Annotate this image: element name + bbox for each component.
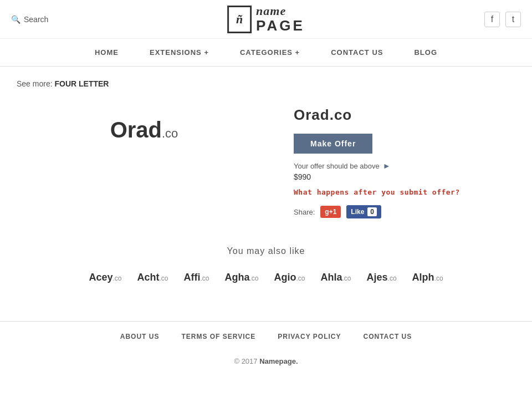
domain-card[interactable]: Agha.co [222,267,260,288]
footer-link[interactable]: ABOUT US [120,333,160,340]
nav-extensions[interactable]: EXTENSIONS + [145,45,213,59]
domain-card[interactable]: Ahla.co [319,267,354,288]
domain-preview-name: Orad.co [110,118,178,143]
main-nav: HOME EXTENSIONS + CATEGORIES + CONTACT U… [0,39,532,67]
also-like-section: You may also like Acey.coAcht.coAffi.coA… [17,246,515,288]
domain-card[interactable]: Agio.co [272,267,307,288]
nav-contact[interactable]: CONTACT US [326,45,387,59]
see-more-section: See more: FOUR LETTER [17,78,515,90]
also-like-title: You may also like [17,246,515,256]
see-more-value[interactable]: FOUR LETTER [54,79,109,88]
domain-card[interactable]: Acht.co [135,267,170,288]
share-label: Share: [294,208,315,216]
nav-blog[interactable]: BLOG [410,45,442,59]
logo-page: PAGE [256,18,305,34]
search-bar[interactable]: 🔍 Search [11,15,48,24]
social-icons: f t [484,12,521,27]
domain-title: Orad.co [294,106,515,124]
footer-copyright: © 2017 Namepage. [0,352,532,377]
offer-hint-arrow-icon: ► [383,161,391,170]
logo-name: name [256,4,305,18]
footer-links: ABOUT USTERMS OF SERVICEPRIVACY POLICYCO… [0,321,532,352]
domain-logo-preview: Orad.co [17,101,272,159]
domain-card[interactable]: Alph.co [410,267,446,288]
domain-display: Orad.co Orad.co Make Offer Your offer sh… [17,101,515,224]
nav-categories[interactable]: CATEGORIES + [236,45,304,59]
domain-card[interactable]: Ajes.co [365,267,399,288]
offer-hint: Your offer should be above ► [294,161,515,170]
offer-amount: $990 [294,172,515,181]
see-more-prefix: See more: [17,79,53,88]
footer-link[interactable]: PRIVACY POLICY [278,333,341,340]
offer-hint-text: Your offer should be above [294,162,380,170]
facebook-icon[interactable]: f [484,12,500,27]
gplus-button[interactable]: g+1 [320,206,341,218]
nav-home[interactable]: HOME [90,45,123,59]
copyright-text: © 2017 [234,357,257,365]
footer-link[interactable]: TERMS OF SERVICE [181,333,255,340]
logo-icon: ñ [227,6,252,33]
logo[interactable]: ñ name PAGE [227,4,305,34]
facebook-like-button[interactable]: Like 0 [346,205,381,218]
offer-link[interactable]: What happens after you submit offer? [294,188,515,196]
search-label: Search [24,15,48,24]
fb-label: Like [351,208,364,216]
domain-info-panel: Orad.co Make Offer Your offer should be … [294,101,515,224]
brand-link[interactable]: Namepage. [259,357,298,365]
also-like-grid: Acey.coAcht.coAffi.coAgha.coAgio.coAhla.… [17,267,515,288]
gplus-label: g+1 [325,208,336,216]
domain-card[interactable]: Acey.co [86,267,124,288]
domain-card[interactable]: Affi.co [181,267,211,288]
logo-text: name PAGE [256,4,305,34]
domain-preview-tld: .co [162,126,178,140]
twitter-icon[interactable]: t [505,12,521,27]
search-icon: 🔍 [11,15,21,24]
make-offer-button[interactable]: Make Offer [294,134,372,154]
share-row: Share: g+1 Like 0 [294,205,515,218]
main-content: See more: FOUR LETTER Orad.co Orad.co Ma… [0,67,532,299]
fb-count: 0 [367,207,377,216]
footer-link[interactable]: CONTACT US [363,333,412,340]
header: 🔍 Search ñ name PAGE f t [0,0,532,39]
